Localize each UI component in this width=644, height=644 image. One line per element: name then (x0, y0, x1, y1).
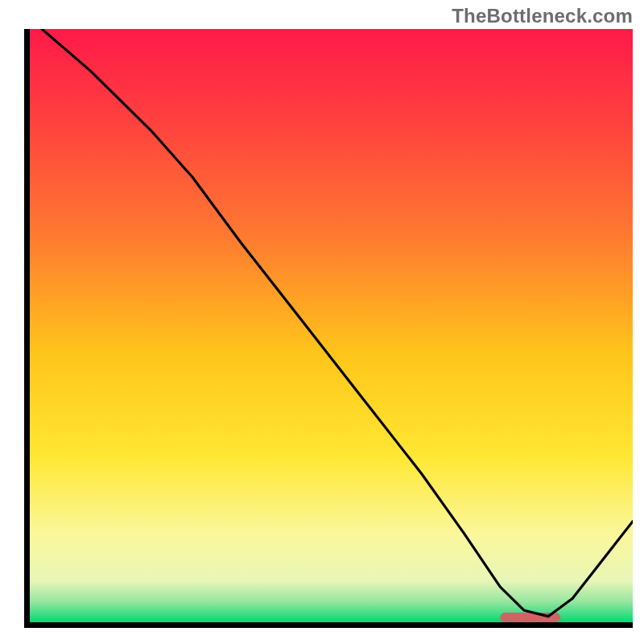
chart-svg (24, 29, 633, 628)
watermark-label: TheBottleneck.com (452, 5, 633, 27)
y-axis (24, 29, 30, 628)
plot-area (24, 29, 633, 628)
x-axis (24, 622, 633, 628)
chart-frame: TheBottleneck.com (0, 0, 644, 644)
gradient-background (30, 29, 633, 622)
